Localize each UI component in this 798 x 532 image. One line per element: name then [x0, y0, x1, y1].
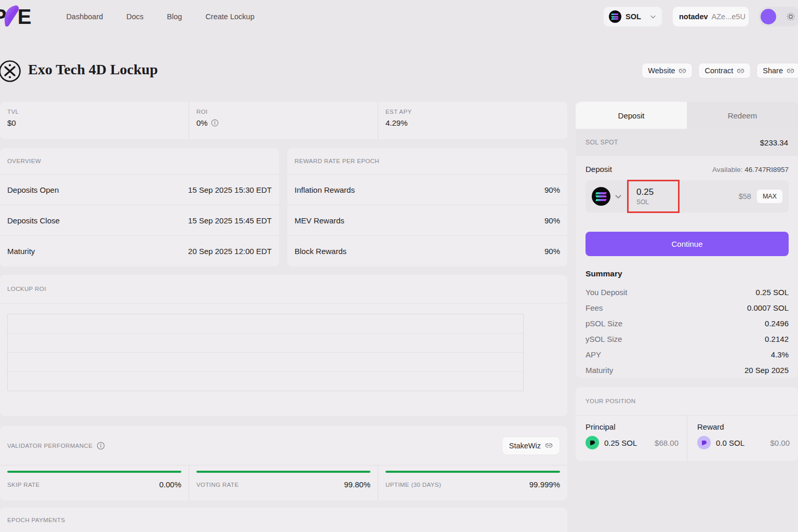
summary-value: 0.25 SOL [756, 288, 789, 297]
chevron-down-icon[interactable] [614, 192, 622, 201]
page-header: Exo Tech 4D Lockup Website Contract Shar… [0, 56, 798, 86]
validator-panel: VALIDATOR PERFORMANCE StakeWiz SKIP RATE… [0, 426, 567, 500]
reward-token-icon [697, 436, 711, 449]
table-row: Deposits Close 15 Sep 2025 15:45 EDT [0, 205, 279, 235]
table-row: MEV Rewards 90% [287, 205, 567, 235]
summary-title: Summary [586, 269, 789, 278]
network-select[interactable]: SOL [604, 7, 662, 26]
summary-label: Maturity [586, 366, 613, 375]
brand-letter-e: E [18, 6, 30, 27]
summary-label: Fees [586, 303, 603, 312]
summary-row: pSOL Size 0.2496 [586, 315, 789, 331]
uptime-label: UPTIME (30 DAYS) [385, 482, 441, 488]
share-button[interactable]: Share [757, 63, 798, 78]
stakewiz-label: StakeWiz [509, 442, 541, 450]
reward-label: Reward [697, 422, 790, 431]
stat-apy: EST APY 4.29% [378, 102, 567, 139]
stat-apy-label: EST APY [385, 109, 560, 115]
reward-rate-panel: REWARD RATE PER EPOCH Inflation Rewards … [287, 148, 567, 267]
header-actions: Website Contract Share [642, 63, 798, 78]
amount-input[interactable]: 0.25 SOL [636, 187, 654, 206]
amount-token: SOL [636, 198, 654, 206]
voting-rate-bar [196, 471, 370, 473]
overview-row-value: 15 Sep 2025 15:45 EDT [188, 216, 272, 225]
summary-row: APY 4.3% [586, 347, 789, 362]
info-icon[interactable] [97, 442, 105, 450]
stakewiz-link[interactable]: StakeWiz [502, 437, 560, 455]
account-theme-group[interactable] [759, 7, 798, 26]
overview-panel: OVERVIEW Deposits Open 15 Sep 2025 15:30… [0, 148, 279, 267]
tab-redeem[interactable]: Redeem [687, 102, 798, 129]
exo-lockup-icon [0, 60, 21, 83]
deposit-card: Deposit Redeem SOL SPOT $233.34 Deposit … [576, 102, 798, 378]
chevron-down-icon [649, 13, 657, 20]
summary-value: 4.3% [771, 350, 789, 359]
max-button[interactable]: MAX [757, 190, 782, 203]
overview-row-label: Deposits Open [7, 185, 59, 194]
principal-cell: Principal 0.25 SOL $68.00 [576, 416, 687, 460]
reward-amount: 0.0 SOL [716, 438, 744, 447]
available-label: Available: [712, 166, 742, 174]
continue-button[interactable]: Continue [586, 232, 789, 256]
lockup-roi-chart [7, 314, 524, 391]
link-icon [545, 442, 553, 449]
nav-item-blog[interactable]: Blog [167, 12, 182, 21]
summary-value: 0.2142 [765, 335, 789, 343]
link-icon [679, 68, 686, 74]
available-balance: Available: 46.747RI8957 [712, 166, 789, 174]
reward-row-label: MEV Rewards [295, 216, 344, 225]
contract-button[interactable]: Contract [699, 63, 750, 78]
metric-voting-rate: VOTING RATE 99.80% [189, 466, 378, 500]
brand-logo[interactable]: P E [0, 5, 30, 29]
summary-value: 20 Sep 2025 [744, 366, 789, 375]
overview-row-label: Deposits Close [7, 216, 60, 225]
avatar[interactable] [761, 9, 776, 24]
table-row: Block Rewards 90% [287, 235, 567, 266]
reward-row-label: Block Rewards [295, 247, 347, 256]
reward-usd: $0.00 [770, 438, 790, 447]
skip-rate-bar [7, 471, 181, 473]
stat-roi-value: 0% [196, 118, 208, 127]
wallet-button[interactable]: notadev AZe...e5U [673, 7, 749, 26]
reward-row-value: 90% [544, 247, 560, 256]
summary-row: Fees 0.0007 SOL [586, 300, 789, 315]
amount-usd: $58 [739, 192, 751, 201]
top-nav: P E Dashboard Docs Blog Create Lockup SO… [0, 0, 798, 33]
summary-row: Maturity 20 Sep 2025 [586, 362, 789, 378]
nav-item-docs[interactable]: Docs [126, 12, 143, 21]
tab-deposit[interactable]: Deposit [576, 102, 687, 129]
wallet-name: notadev [679, 12, 708, 21]
skip-rate-value: 0.00% [159, 480, 181, 489]
reward-rate-title: REWARD RATE PER EPOCH [295, 158, 379, 164]
deposit-section-label: Deposit [586, 165, 612, 174]
stat-tvl-label: TVL [7, 109, 181, 115]
sun-icon[interactable] [786, 11, 796, 22]
share-label: Share [763, 66, 783, 75]
stat-roi-label: ROI [196, 109, 370, 115]
website-button[interactable]: Website [642, 63, 692, 78]
available-value: 46.747RI8957 [744, 166, 789, 174]
contract-label: Contract [704, 66, 733, 75]
reward-cell: Reward 0.0 SOL $0.00 [687, 416, 798, 460]
stat-tvl: TVL $0 [0, 102, 189, 139]
info-icon[interactable] [211, 119, 219, 127]
solana-icon [609, 10, 621, 23]
sol-spot-value: $233.34 [760, 138, 788, 147]
your-position-card: YOUR POSITION Principal 0.25 SOL $68.00 … [576, 387, 798, 461]
reward-row-value: 90% [544, 185, 560, 194]
voting-rate-label: VOTING RATE [196, 482, 239, 488]
nav-item-create-lockup[interactable]: Create Lockup [205, 12, 254, 21]
lockup-roi-panel: LOCKUP ROI [0, 275, 567, 416]
token-select-icon[interactable] [592, 187, 610, 206]
principal-usd: $68.00 [655, 438, 679, 447]
skip-rate-label: SKIP RATE [7, 482, 40, 488]
lockup-roi-title: LOCKUP ROI [7, 286, 46, 292]
amount-value: 0.25 [636, 187, 654, 197]
link-icon [787, 68, 794, 74]
nav-item-dashboard[interactable]: Dashboard [66, 12, 103, 21]
principal-label: Principal [586, 422, 679, 431]
validator-title: VALIDATOR PERFORMANCE [7, 443, 92, 449]
metric-uptime: UPTIME (30 DAYS) 99.999% [378, 466, 567, 500]
wallet-address: AZe...e5U [712, 12, 746, 21]
website-label: Website [648, 66, 675, 75]
